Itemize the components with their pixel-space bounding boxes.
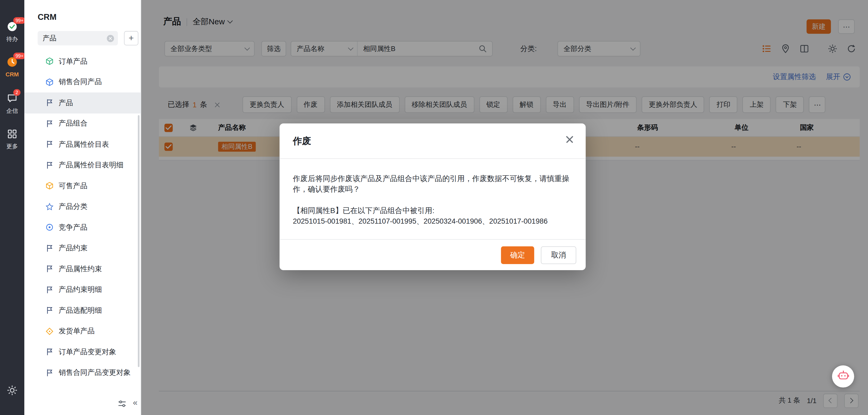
flag-icon <box>45 306 54 315</box>
qixin-badge: 2 <box>13 89 20 96</box>
sidebar-item-label: 发货单产品 <box>59 327 135 336</box>
dialog-message: 作废后将同步作废该产品及产品组合中该产品的引用，作废数据不可恢复，请慎重操作，确… <box>293 173 572 195</box>
dialog-footer: 确定 取消 <box>280 239 586 270</box>
dialog-header: 作废 <box>280 123 586 159</box>
flag-icon <box>45 140 54 148</box>
app-root: 99+ 待办 99+ CRM 2 企信 更多 <box>0 0 868 415</box>
sidebar-item-label: 销售合同产品 <box>59 78 135 87</box>
cancel-button[interactable]: 取消 <box>541 246 576 264</box>
sidebar-bottom-bar: « <box>24 393 141 415</box>
target-icon <box>45 223 54 231</box>
sidebar-item-product-bundle[interactable]: 产品组合 <box>24 113 141 134</box>
sidebar-item-attr-constraint[interactable]: 产品属性约束 <box>24 258 141 279</box>
sliders-icon[interactable] <box>117 399 127 409</box>
flag-icon <box>45 265 54 273</box>
sidebar-item-label: 产品属性价目表明细 <box>59 161 135 170</box>
sidebar-item-label: 产品约束明细 <box>59 285 135 294</box>
cube-orange-icon <box>45 182 54 190</box>
flag-icon <box>45 369 54 377</box>
rail-item-crm[interactable]: 99+ CRM <box>0 57 24 78</box>
sidebar-item-label: 产品选配明细 <box>59 306 135 315</box>
flag-icon <box>45 120 54 128</box>
flag-icon <box>45 348 54 356</box>
sidebar-item-label: 产品属性约束 <box>59 264 135 274</box>
sidebar-item-attr-pricelist[interactable]: 产品属性价目表 <box>24 134 141 155</box>
sidebar-item-contract-product-change[interactable]: 销售合同产品变更对象 <box>24 362 141 383</box>
sidebar-item-label: 产品属性价目表 <box>59 140 135 149</box>
sidebar-item-label: 可售产品 <box>59 181 135 190</box>
sidebar-list: 订单产品 销售合同产品 产品 产品组合 产品属性价目表 产品属性价目表明细 <box>24 51 141 387</box>
assistant-fab[interactable] <box>832 365 854 387</box>
robot-icon <box>837 369 849 384</box>
clear-icon[interactable] <box>107 35 114 42</box>
flag-icon <box>45 99 54 107</box>
sidebar-item-label: 产品组合 <box>59 119 135 128</box>
sidebar-item-label: 产品分类 <box>59 202 135 211</box>
rail-item-label: 企信 <box>0 107 24 115</box>
star-icon <box>45 202 54 211</box>
todo-badge: 99+ <box>13 17 26 24</box>
grid-icon <box>7 128 18 139</box>
sidebar-search <box>37 31 118 45</box>
app-rail: 99+ 待办 99+ CRM 2 企信 更多 <box>0 0 24 415</box>
rail-item-label: 待办 <box>0 35 24 43</box>
sidebar-item-label: 产品约束 <box>59 244 135 253</box>
tag-orange-icon <box>45 327 54 335</box>
sidebar-item-option-detail[interactable]: 产品选配明细 <box>24 300 141 321</box>
close-icon[interactable] <box>564 134 575 145</box>
sidebar-search-input[interactable] <box>42 34 107 42</box>
sidebar-item-label: 竞争产品 <box>59 223 135 232</box>
sidebar-item-product[interactable]: 产品 <box>24 93 141 114</box>
rail-item-qixin[interactable]: 2 企信 <box>0 93 24 115</box>
rail-item-todo[interactable]: 99+ 待办 <box>0 21 24 43</box>
dialog-ref-codes: 20251015-001981、20251107-001995、20250324… <box>293 216 572 226</box>
sidebar-item-attr-pricelist-detail[interactable]: 产品属性价目表明细 <box>24 155 141 175</box>
sidebar-item-sellable-product[interactable]: 可售产品 <box>24 175 141 196</box>
collapse-sidebar-icon[interactable]: « <box>133 397 137 407</box>
sidebar-item-label: 订单产品 <box>59 57 135 66</box>
flag-icon <box>45 161 54 169</box>
crm-badge: 99+ <box>13 53 26 59</box>
flag-icon <box>45 244 54 252</box>
sidebar-item-label: 产品 <box>59 98 135 107</box>
sidebar-title: CRM <box>37 12 57 22</box>
confirm-button[interactable]: 确定 <box>501 246 534 264</box>
dialog-title: 作废 <box>293 135 311 147</box>
sidebar-item-product-constraint[interactable]: 产品约束 <box>24 238 141 259</box>
rail-item-label: 更多 <box>0 143 24 151</box>
rail-item-label: CRM <box>0 71 24 77</box>
cube-blue-icon <box>45 78 54 86</box>
sidebar-item-label: 销售合同产品变更对象 <box>59 368 135 377</box>
sidebar-item-label: 订单产品变更对象 <box>59 348 135 357</box>
flag-icon <box>45 285 54 294</box>
cube-green-icon <box>45 57 54 65</box>
sidebar-item-order-product-change[interactable]: 订单产品变更对象 <box>24 342 141 362</box>
sidebar-item-contract-product[interactable]: 销售合同产品 <box>24 72 141 93</box>
sidebar-scrollbar[interactable] <box>138 115 140 367</box>
add-object-button[interactable]: + <box>124 31 138 45</box>
sidebar-item-product-category[interactable]: 产品分类 <box>24 196 141 217</box>
sidebar-item-constraint-detail[interactable]: 产品约束明细 <box>24 279 141 300</box>
dialog-body: 作废后将同步作废该产品及产品组合中该产品的引用，作废数据不可恢复，请慎重操作，确… <box>280 159 586 226</box>
sidebar-item-delivery-product[interactable]: 发货单产品 <box>24 321 141 342</box>
invalidate-dialog: 作废 作废后将同步作废该产品及产品组合中该产品的引用，作废数据不可恢复，请慎重操… <box>280 123 586 270</box>
gear-icon[interactable] <box>7 385 18 396</box>
rail-item-more[interactable]: 更多 <box>0 128 24 151</box>
sidebar-item-order-product[interactable]: 订单产品 <box>24 51 141 72</box>
sidebar: CRM + 订单产品 销售合同产品 产品 产品组合 <box>24 0 141 415</box>
dialog-ref-title: 【相同属性B】已在以下产品组合中被引用: <box>293 205 572 216</box>
sidebar-item-competitor-product[interactable]: 竞争产品 <box>24 217 141 238</box>
